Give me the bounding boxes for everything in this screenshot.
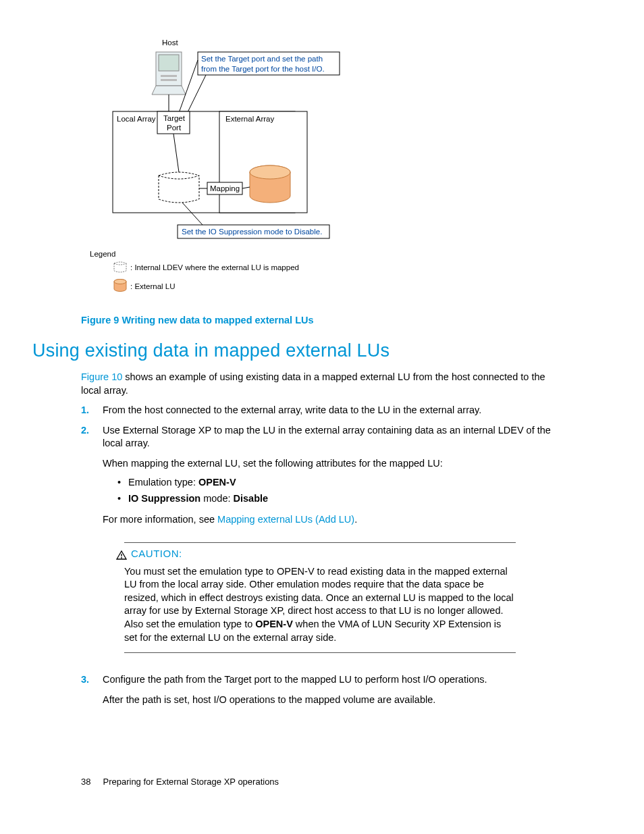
legend-internal-icon [114,262,126,272]
caution-icon [116,550,127,559]
callout1-line1: Set the Target port and set the path [201,55,323,63]
step-2: Use External Storage XP to map the LU in… [81,424,566,664]
legend-external-icon [114,280,126,292]
bullet-emulation: Emulation type: OPEN-V [117,475,566,490]
legend-title: Legend [90,250,115,258]
svg-rect-3 [161,79,177,81]
mapping-link[interactable]: Mapping external LUs (Add LU) [217,514,354,525]
target-port-l2: Port [167,124,182,132]
step-2-b: When mapping the external LU, set the fo… [103,457,566,471]
bullet1-pre: Emulation type: [128,477,198,488]
bullet2-bold: IO Suppression [128,493,200,504]
caution-rule-top [124,542,516,543]
step-3: Configure the path from the Target port … [81,673,566,706]
bullet2-bold2: Disable [234,493,269,504]
step-1-text: From the host connected to the external … [103,405,481,415]
intro-rest: shows an example of using existing data … [81,371,545,396]
step-2-a: Use External Storage XP to map the LU in… [103,425,551,449]
svg-point-14 [114,280,126,284]
svg-rect-2 [161,75,177,77]
step-1: From the host connected to the external … [81,404,566,417]
bullet1-bold: OPEN-V [198,477,236,488]
page-footer: 38 Preparing for External Storage XP ope… [81,777,279,787]
intro-paragraph: Figure 10 shows an example of using exis… [81,371,566,397]
diagram-svg: Host Set the Target port and set the pat… [84,37,402,304]
caution-text: You must set the emulation type to OPEN-… [124,565,516,644]
figure-caption: Figure 9 Writing new data to mapped exte… [81,315,566,325]
step-3-a: Configure the path from the Target port … [103,674,487,685]
step-2-c: For more information, see Mapping extern… [103,513,566,527]
host-icon [152,52,186,95]
local-array-label: Local Array [117,115,156,123]
figure-10-link[interactable]: Figure 10 [81,371,122,382]
mapping-label: Mapping [210,184,240,192]
caution-head: CAUTION: [116,547,566,561]
section-title: Using existing data in mapped external L… [32,340,566,361]
svg-rect-1 [159,55,179,71]
caution-label: CAUTION: [131,547,182,561]
step-3-b: After the path is set, host I/O operatio… [103,694,566,707]
step2c-pre: For more information, see [103,514,217,525]
step2c-post: . [354,514,357,525]
diagram-figure: Host Set the Target port and set the pat… [84,37,566,307]
footer-title: Preparing for External Storage XP operat… [103,777,279,787]
bullet2-mid: mode: [200,493,233,504]
caution-rule-bottom [124,652,516,653]
bullet-io-suppression: IO Suppression mode: Disable [117,492,566,506]
attributes-list: Emulation type: OPEN-V IO Suppression mo… [117,475,566,506]
page-number: 38 [81,777,90,787]
callout1-line2: from the Target port for the host I/O. [201,65,325,73]
steps-list: From the host connected to the external … [81,404,566,706]
svg-point-16 [121,557,122,558]
external-lu-cylinder [250,165,290,203]
external-array-label: External Array [225,115,274,123]
host-label: Host [162,38,178,47]
legend-internal-text: : Internal LDEV where the external LU is… [130,263,299,271]
target-port-l1: Target [163,114,186,122]
legend-external-text: : External LU [130,282,175,290]
callout2-text: Set the IO Suppression mode to Disable. [182,228,322,236]
svg-point-9 [250,165,290,179]
caution-block: CAUTION: You must set the emulation type… [124,536,566,664]
caution-bold: OPEN-V [255,619,293,629]
